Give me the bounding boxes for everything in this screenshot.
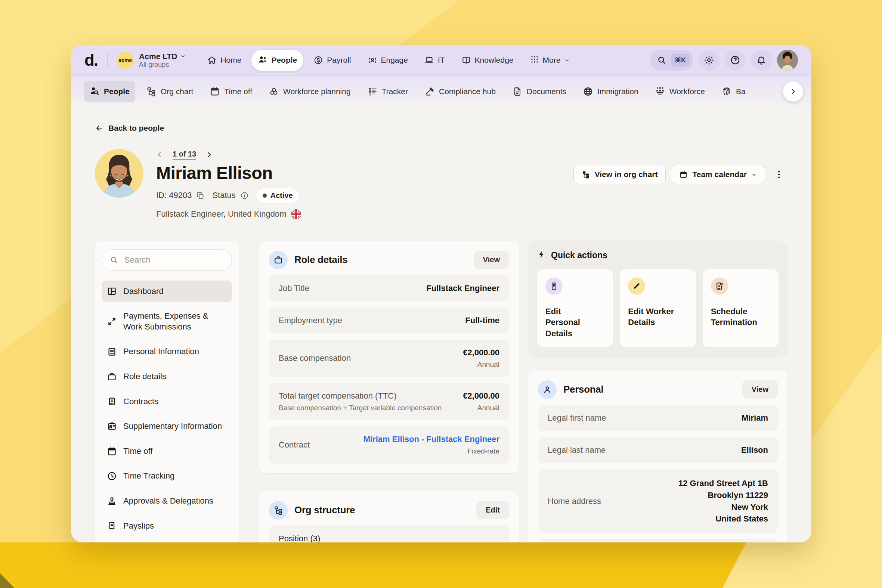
sidebar-item-dashboard[interactable]: Dashboard [102, 280, 232, 303]
sidebar-item-role-details[interactable]: Role details [102, 366, 232, 388]
sidebar-item-supplementary-information[interactable]: Supplementary Information [102, 416, 232, 438]
gear-icon [704, 55, 714, 65]
subnav-documents[interactable]: Documents [507, 82, 572, 101]
job-title-row: Job Title Fullstack Engineer [269, 275, 509, 302]
subnav-workforce[interactable]: Workforce [649, 81, 711, 102]
receipt-icon [107, 521, 117, 531]
subnav-tracker[interactable]: Tracker [362, 82, 414, 101]
more-actions-button[interactable] [770, 166, 788, 183]
settings-button[interactable] [699, 50, 720, 70]
expand-arrows-icon [107, 316, 117, 327]
nav-item-more[interactable]: More [524, 50, 576, 70]
user-avatar[interactable] [777, 50, 798, 70]
help-button[interactable] [725, 50, 746, 70]
chevron-down-icon [180, 53, 186, 59]
fingerprint-icon [722, 86, 732, 97]
profile-pager: 1 of 13 [156, 150, 301, 159]
global-search-button[interactable]: ⌘K [650, 50, 693, 70]
subnav-scroll-next-button[interactable] [783, 81, 803, 102]
id-card-icon [107, 422, 117, 432]
bell-icon [756, 55, 766, 65]
document-lines-icon [107, 346, 117, 357]
employee-id: ID: 49203 [156, 190, 192, 200]
top-navbar: d. acme Acme LTD All groups Home People [71, 45, 812, 76]
org-chart-icon [146, 86, 156, 97]
profile-sidebar: Dashboard Payments, Expenses & Work Subm… [95, 241, 239, 542]
schedule-termination-tile[interactable]: Schedule Termination [703, 269, 778, 347]
sidebar-item-payslips[interactable]: Payslips [102, 515, 232, 537]
tracker-list-icon [367, 86, 378, 97]
pager-prev-icon[interactable] [156, 151, 163, 158]
view-in-org-chart-button[interactable]: View in org chart [573, 165, 666, 184]
gavel-icon [424, 86, 435, 97]
team-calendar-button[interactable]: Team calendar [671, 165, 765, 184]
employment-type-row: Employment type Full-time [269, 308, 509, 334]
org-name: Acme LTD [139, 52, 177, 61]
org-structure-title: Org structure [294, 504, 355, 516]
legal-last-name-row: Legal last name Ellison [538, 437, 778, 463]
subnav-time-off[interactable]: Time off [204, 82, 258, 101]
subnav-workforce-planning[interactable]: Workforce planning [263, 82, 356, 101]
dashboard-columns: Dashboard Payments, Expenses & Work Subm… [95, 241, 788, 542]
sidebar-item-approvals-delegations[interactable]: Approvals & Delegations [102, 490, 232, 512]
nav-item-payroll[interactable]: Payroll [307, 50, 357, 70]
ttc-row: Total target compensation (TTC) Base com… [269, 383, 509, 420]
arrow-left-icon [95, 124, 104, 133]
sidebar-item-contracts[interactable]: Contracts [102, 391, 232, 413]
org-structure-edit-button[interactable]: Edit [476, 501, 509, 519]
profile-content: Back to people 1 of 13 Miriam Ellison ID… [71, 107, 812, 542]
edit-personal-details-tile[interactable]: Edit Personal Details [537, 269, 613, 347]
navbar-divider [107, 52, 108, 68]
home-address-row: Home address 12 Grand Street Apt 1B Broo… [538, 469, 778, 534]
calendar-icon [679, 170, 688, 179]
back-to-people-link[interactable]: Back to people [95, 124, 164, 133]
contract-link[interactable]: Miriam Ellison - Fullstack Engineer [363, 435, 500, 444]
position-row[interactable]: Position (3) [269, 526, 509, 542]
notifications-button[interactable] [751, 50, 772, 70]
sidebar-item-time-tracking[interactable]: Time Tracking [102, 465, 232, 487]
dollar-circle-icon [314, 55, 323, 65]
sidebar-item-payments-expenses[interactable]: Payments, Expenses & Work Submissions [102, 305, 232, 338]
navbar-utilities: ⌘K [650, 50, 798, 70]
chevron-down-icon [751, 172, 757, 177]
subnav-people[interactable]: People [84, 81, 135, 102]
sidebar-search-input[interactable] [124, 255, 224, 265]
pager-next-icon[interactable] [206, 151, 213, 158]
nav-item-home[interactable]: Home [201, 50, 248, 70]
nav-item-people[interactable]: People [251, 50, 303, 71]
subnav-compliance-hub[interactable]: Compliance hub [419, 82, 501, 101]
right-column: Quick actions Edit Personal Details [528, 241, 788, 542]
edit-worker-details-tile[interactable]: Edit Worker Details [620, 269, 696, 347]
role-details-title: Role details [294, 254, 347, 266]
nav-item-engage[interactable]: Engage [361, 50, 414, 70]
org-subtitle: All groups [139, 61, 186, 69]
org-switcher[interactable]: acme Acme LTD All groups [117, 51, 186, 69]
sidebar-search[interactable] [102, 249, 232, 271]
personal-view-button[interactable]: View [742, 380, 778, 399]
briefcase-icon [269, 250, 288, 269]
sidebar-item-time-off[interactable]: Time off [102, 441, 232, 462]
org-avatar: acme [117, 51, 134, 69]
quick-actions-card: Quick actions Edit Personal Details [528, 241, 788, 356]
copy-icon[interactable] [196, 191, 205, 200]
nav-item-knowledge[interactable]: Knowledge [455, 50, 520, 70]
subnav-background-checks[interactable]: Ba [716, 82, 751, 101]
laptop-icon [424, 55, 434, 65]
calendar-icon [210, 86, 220, 97]
uk-flag-icon [291, 209, 301, 219]
base-compensation-row: Base compensation €2,000.00 Annual [269, 340, 509, 377]
nav-item-it[interactable]: IT [418, 50, 451, 70]
people-icon [258, 54, 267, 66]
primary-nav: Home People Payroll Engage IT Knowledge [201, 50, 576, 71]
sidebar-item-personal-information[interactable]: Personal Information [102, 341, 232, 363]
pager-count[interactable]: 1 of 13 [172, 150, 196, 159]
personal-card: Personal View Legal first name Miriam Le… [528, 370, 788, 542]
info-icon[interactable] [240, 191, 249, 200]
subnav-org-chart[interactable]: Org chart [141, 82, 199, 101]
deel-logo[interactable]: d. [84, 52, 98, 68]
document-icon [512, 86, 523, 97]
subnav-immigration[interactable]: Immigration [577, 82, 644, 101]
sidebar-item-partial[interactable] [102, 540, 232, 542]
role-details-view-button[interactable]: View [474, 250, 509, 269]
engage-icon [368, 55, 377, 65]
